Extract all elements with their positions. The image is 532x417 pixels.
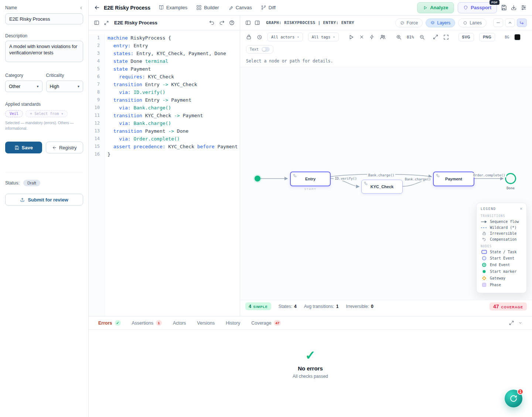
criticality-label: Criticality bbox=[46, 73, 83, 78]
zoom-out-icon[interactable] bbox=[419, 34, 425, 40]
metric-label: States: bbox=[279, 304, 292, 309]
redo-icon[interactable] bbox=[219, 20, 225, 26]
code-line: via: Order.complete() bbox=[108, 135, 240, 143]
save-button[interactable]: Save bbox=[5, 142, 42, 153]
tab-badge: 1 bbox=[156, 320, 162, 326]
help-icon[interactable] bbox=[229, 20, 235, 26]
standard-chip-veil[interactable]: Veil bbox=[5, 110, 23, 117]
registry-button[interactable]: Registry bbox=[46, 142, 83, 153]
line-number: 12 bbox=[89, 119, 100, 127]
tab-history[interactable]: History bbox=[226, 316, 240, 329]
corner-down-right-icon[interactable] bbox=[517, 18, 527, 27]
name-input[interactable] bbox=[5, 13, 83, 24]
legend-item: Start Event bbox=[481, 256, 522, 261]
nav-label: Builder bbox=[204, 5, 219, 10]
legend-panel: LEGEND × TRANSITIONS Sequence flowWildca… bbox=[476, 203, 527, 293]
select-standard-button[interactable]: + Select from ▾ bbox=[25, 110, 68, 117]
text-labels-toggle[interactable]: Text bbox=[246, 45, 273, 54]
line-number: 11 bbox=[89, 112, 100, 119]
minimize-icon[interactable] bbox=[493, 18, 503, 27]
panel-right-icon[interactable] bbox=[255, 20, 260, 26]
legend-close-icon[interactable]: × bbox=[520, 207, 522, 211]
chevron-up-icon[interactable] bbox=[505, 18, 515, 27]
edge-label[interactable]: Bank.charge() bbox=[404, 177, 432, 182]
lanes-toggle[interactable]: Lanes bbox=[458, 18, 487, 27]
expand-panel-icon[interactable] bbox=[509, 321, 514, 325]
bolt-icon[interactable] bbox=[369, 34, 375, 40]
panel-toggle-icon[interactable] bbox=[94, 20, 99, 26]
actors-filter-select[interactable]: All actors ▾ bbox=[267, 33, 303, 41]
collapse-sidebar-icon[interactable] bbox=[79, 6, 83, 10]
nav-builder[interactable]: Builder bbox=[196, 5, 219, 10]
analyze-button-label: Analyze bbox=[430, 5, 448, 10]
export-svg-button[interactable]: SVG bbox=[458, 33, 474, 41]
bg-color-swatch[interactable] bbox=[514, 34, 521, 40]
nav-examples[interactable]: Examples bbox=[158, 5, 187, 10]
back-button[interactable] bbox=[94, 4, 100, 11]
play-simulation-icon[interactable] bbox=[348, 34, 354, 40]
tab-assertions[interactable]: Assertions1 bbox=[132, 316, 162, 329]
tab-actors[interactable]: Actors bbox=[173, 316, 186, 329]
tab-label: History bbox=[226, 321, 240, 326]
toggle-switch[interactable] bbox=[262, 47, 270, 52]
criticality-select[interactable]: High ▾ bbox=[46, 81, 83, 92]
start-marker[interactable] bbox=[255, 176, 260, 182]
lock-icon[interactable] bbox=[246, 34, 252, 40]
edge-label[interactable]: ID.verify() bbox=[334, 176, 358, 181]
state-icon bbox=[364, 182, 368, 185]
legend-item: Sequence flow bbox=[481, 220, 522, 224]
save-file-icon[interactable] bbox=[501, 4, 507, 11]
code-lines[interactable]: machine RiskyProcess { entry: Entry stat… bbox=[105, 34, 240, 316]
clock-icon[interactable] bbox=[257, 34, 262, 40]
tags-filter-select[interactable]: All tags ▾ bbox=[308, 33, 339, 41]
zoom-in-icon[interactable] bbox=[396, 34, 402, 40]
users-icon[interactable] bbox=[380, 34, 386, 40]
download-icon[interactable] bbox=[511, 4, 517, 11]
code-editor-panel: E2E Risky Process 1234567891011121314151… bbox=[89, 16, 240, 316]
expand-editor-icon[interactable] bbox=[104, 20, 109, 26]
tab-errors[interactable]: Errors✓ bbox=[98, 316, 121, 329]
force-label: Force bbox=[407, 20, 418, 26]
graph-node-kyc_check[interactable]: KYC_Check bbox=[361, 180, 403, 194]
undo-icon[interactable] bbox=[209, 20, 215, 26]
graph-area[interactable]: Done LEGEND × TRANSITIONS Sequence flowW… bbox=[240, 67, 532, 300]
line-number: 10 bbox=[89, 104, 100, 112]
chevron-down-icon: ▾ bbox=[297, 35, 299, 39]
editor-body[interactable]: 12345678910111213141516 machine RiskyPro… bbox=[89, 30, 240, 316]
description-textarea[interactable]: A model with known violations for verifi… bbox=[5, 41, 83, 62]
bottom-tabs: Errors✓Assertions1ActorsVersionsHistoryC… bbox=[89, 316, 532, 330]
layers-toggle[interactable]: Layers bbox=[426, 18, 455, 27]
tab-label: Coverage bbox=[251, 321, 271, 326]
passport-button[interactable]: Passport PDF bbox=[458, 2, 497, 13]
nav-canvas[interactable]: Canvas bbox=[228, 5, 252, 10]
analyze-button[interactable]: Analyze bbox=[417, 2, 454, 13]
shield-icon bbox=[463, 5, 468, 10]
graph-node-entry[interactable]: EntrySTART bbox=[290, 172, 331, 186]
submit-for-review-button[interactable]: Submit for review bbox=[5, 194, 83, 206]
graph-node-payment[interactable]: Payment bbox=[433, 172, 474, 186]
edge-label[interactable]: Bank.charge() bbox=[367, 173, 395, 177]
legend-item: Start marker bbox=[481, 269, 522, 274]
passport-button-label: Passport bbox=[471, 5, 491, 10]
fit-view-icon[interactable] bbox=[433, 34, 438, 40]
panel-left-icon[interactable] bbox=[245, 20, 251, 26]
metric-value: 0 bbox=[371, 304, 374, 309]
tab-coverage[interactable]: Coverage47 bbox=[251, 316, 281, 329]
force-toggle[interactable]: Force bbox=[395, 18, 423, 27]
end-event-node[interactable] bbox=[505, 173, 516, 184]
panel-menu-icon[interactable] bbox=[518, 321, 522, 325]
tab-versions[interactable]: Versions bbox=[197, 316, 215, 329]
fullscreen-icon[interactable] bbox=[443, 34, 449, 40]
errors-empty-state: ✓ No errors All checks passed bbox=[89, 330, 532, 417]
line-number: 8 bbox=[89, 88, 100, 96]
export-png-button[interactable]: PNG bbox=[479, 33, 495, 41]
category-select[interactable]: Other ▾ bbox=[5, 81, 42, 92]
settings-sliders-icon[interactable] bbox=[521, 4, 527, 11]
legend-item: State / Task bbox=[481, 250, 522, 254]
edge-label[interactable]: Order.complete() bbox=[472, 173, 507, 177]
clear-icon[interactable] bbox=[359, 34, 364, 40]
nav-diff[interactable]: Diff bbox=[261, 5, 276, 10]
assistant-fab[interactable]: 1 bbox=[505, 390, 522, 407]
line-number: 9 bbox=[89, 96, 100, 104]
legend-nodes-heading: NODES bbox=[481, 245, 522, 248]
